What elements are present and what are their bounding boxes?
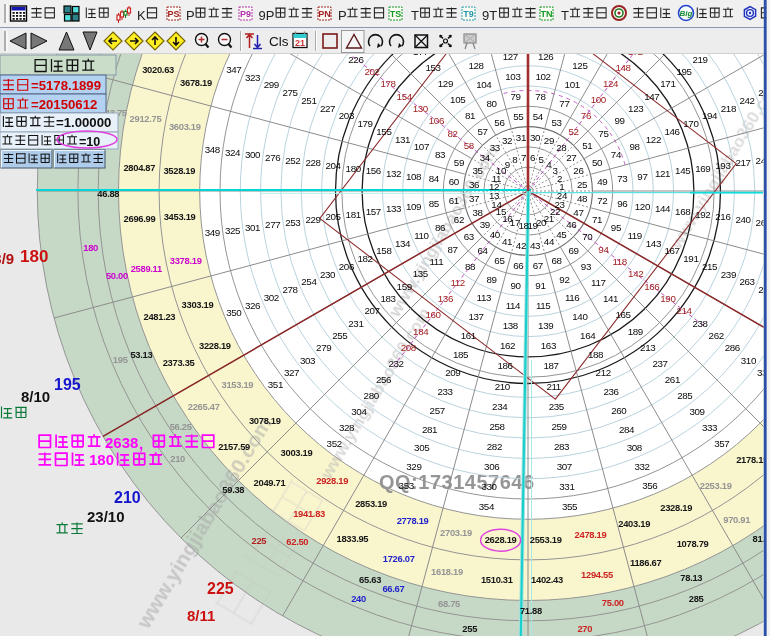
svg-text:181: 181: [346, 209, 361, 220]
svg-text:166: 166: [644, 281, 660, 292]
svg-text:262: 262: [709, 330, 724, 341]
svg-text:286: 286: [725, 342, 741, 353]
svg-text:210: 210: [495, 381, 511, 392]
svg-text:90: 90: [511, 280, 522, 291]
svg-text:96: 96: [617, 198, 628, 209]
svg-text:186: 186: [497, 360, 513, 371]
svg-text:107: 107: [414, 141, 429, 152]
svg-text:142: 142: [628, 268, 643, 279]
svg-text:239: 239: [721, 269, 736, 280]
svg-text:50.00: 50.00: [106, 270, 128, 281]
svg-text:180: 180: [83, 242, 98, 253]
svg-text:2481.23: 2481.23: [144, 311, 176, 322]
svg-text:48: 48: [577, 193, 588, 204]
svg-text:210: 210: [170, 453, 185, 464]
svg-text:165: 165: [615, 309, 631, 320]
svg-text:211: 211: [546, 381, 560, 392]
svg-text:139: 139: [538, 320, 553, 331]
svg-text:157: 157: [366, 206, 381, 217]
svg-text:154: 154: [397, 91, 413, 102]
svg-text:43: 43: [530, 240, 541, 251]
svg-text:115: 115: [536, 300, 551, 311]
svg-text:195: 195: [113, 354, 128, 365]
svg-text:283: 283: [554, 441, 570, 452]
svg-text:233: 233: [437, 386, 453, 397]
svg-text:195: 195: [54, 376, 81, 393]
svg-text:234: 234: [492, 401, 508, 412]
svg-text:2553.19: 2553.19: [530, 534, 562, 545]
svg-text:40: 40: [490, 229, 501, 240]
svg-text:21: 21: [295, 38, 305, 48]
svg-text:178: 178: [381, 78, 397, 89]
svg-text:2253.19: 2253.19: [700, 480, 732, 491]
svg-text:75: 75: [598, 128, 609, 139]
svg-text:180: 180: [346, 163, 362, 174]
svg-text:310: 310: [741, 355, 757, 366]
svg-text:51: 51: [582, 140, 592, 151]
svg-text:217: 217: [735, 157, 750, 168]
svg-text:57: 57: [477, 126, 487, 137]
svg-text:327: 327: [284, 367, 299, 378]
svg-text:1402.43: 1402.43: [531, 574, 563, 585]
svg-text:212: 212: [596, 367, 611, 378]
svg-text:46.88: 46.88: [97, 188, 119, 199]
svg-text:256: 256: [376, 374, 392, 385]
svg-text:259: 259: [551, 421, 566, 432]
svg-text:118: 118: [612, 256, 627, 267]
svg-text:36: 36: [469, 179, 480, 190]
svg-text:270: 270: [577, 623, 592, 634]
svg-text:350: 350: [226, 307, 242, 318]
svg-text:277: 277: [265, 219, 280, 230]
svg-text:24: 24: [557, 190, 568, 201]
svg-text:71: 71: [592, 214, 602, 225]
svg-text:3603.19: 3603.19: [169, 121, 201, 132]
svg-text:131: 131: [395, 134, 410, 145]
svg-text:69: 69: [568, 245, 578, 256]
svg-text:285: 285: [677, 390, 693, 401]
svg-text:180: 180: [20, 247, 48, 266]
svg-text:58: 58: [464, 140, 475, 151]
svg-text:185: 185: [453, 349, 469, 360]
svg-text:305: 305: [414, 442, 430, 453]
svg-text:72: 72: [597, 195, 607, 206]
svg-text:45: 45: [556, 229, 567, 240]
svg-text:132: 132: [386, 168, 401, 179]
svg-text:88: 88: [465, 261, 476, 272]
svg-text:62.50: 62.50: [286, 536, 308, 547]
svg-text:38: 38: [473, 207, 484, 218]
svg-text:98: 98: [630, 141, 641, 152]
svg-text:144: 144: [655, 203, 671, 214]
svg-text:215: 215: [702, 261, 718, 272]
svg-text:356: 356: [642, 480, 658, 491]
svg-text:2703.19: 2703.19: [440, 527, 472, 538]
svg-text:111: 111: [430, 256, 444, 267]
svg-text:85: 85: [429, 198, 440, 209]
svg-text:41: 41: [502, 236, 512, 247]
svg-text:204: 204: [326, 160, 342, 171]
svg-text:242: 242: [740, 95, 755, 106]
svg-text:26: 26: [573, 165, 584, 176]
svg-text:330: 330: [482, 481, 498, 492]
svg-text:184: 184: [413, 326, 429, 337]
svg-text:97: 97: [637, 171, 647, 182]
svg-text:2928.19: 2928.19: [316, 475, 348, 486]
svg-text:147: 147: [644, 91, 659, 102]
svg-text:155: 155: [376, 126, 392, 137]
svg-text:156: 156: [366, 165, 382, 176]
svg-text:329: 329: [406, 461, 421, 472]
svg-text:29: 29: [544, 135, 554, 146]
svg-text:42: 42: [516, 240, 526, 251]
svg-text:193: 193: [715, 160, 731, 171]
svg-text:163: 163: [541, 340, 557, 351]
svg-text:168: 168: [675, 206, 691, 217]
svg-text:P: P: [338, 8, 347, 23]
svg-text:136: 136: [438, 293, 454, 304]
svg-text:3678.19: 3678.19: [180, 77, 212, 88]
svg-text:9T: 9T: [482, 8, 497, 23]
svg-text:Big: Big: [680, 9, 693, 18]
svg-text:PS: PS: [167, 9, 179, 19]
svg-text:3153.19: 3153.19: [222, 379, 254, 390]
svg-text:64: 64: [477, 245, 488, 256]
svg-text:191: 191: [683, 253, 698, 264]
svg-text:183: 183: [381, 293, 397, 304]
